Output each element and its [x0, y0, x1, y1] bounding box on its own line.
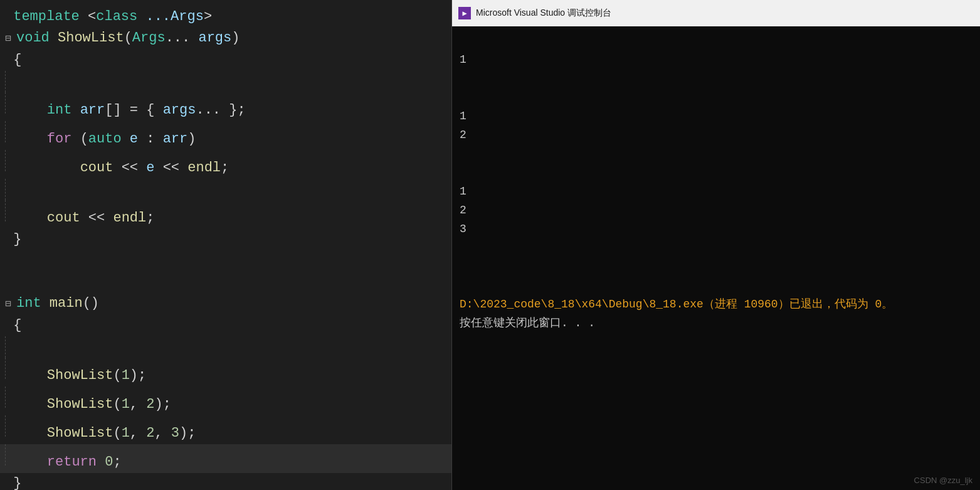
- console-title: Microsoft Visual Studio 调试控制台: [476, 8, 611, 19]
- exit-message-detail: D:\2023_code\8_18\x64\Debug\8_18.exe（进程 …: [460, 298, 893, 311]
- code-line: [0, 71, 451, 92]
- collapse-placeholder: [5, 6, 13, 28]
- console-body: 1 1 2 1 2 3 D:\2023_code\8_18\x64\Debug\…: [452, 26, 980, 490]
- code-line: int arr[] = { args... };: [0, 92, 451, 121]
- console-panel: ▶ Microsoft Visual Studio 调试控制台 1 1 2 1 …: [451, 0, 980, 490]
- collapse-icon-main[interactable]: ⊟: [5, 294, 14, 315]
- indent-guide: [5, 358, 14, 379]
- code-line: cout << e << endl;: [0, 150, 451, 179]
- code-line: for (auto e : arr): [0, 121, 451, 150]
- console-titlebar: ▶ Microsoft Visual Studio 调试控制台: [452, 0, 980, 26]
- code-line: [0, 272, 451, 293]
- output-line-3: 1 2 3: [460, 185, 466, 235]
- code-line: [0, 250, 451, 272]
- indent-guide: [5, 71, 14, 92]
- indent-guide: [5, 336, 14, 358]
- code-line: {: [0, 315, 451, 336]
- output-line-2: 1 2: [460, 110, 466, 141]
- indent-guide: [5, 415, 14, 437]
- watermark: CSDN @zzu_ljk: [914, 476, 972, 485]
- code-line: ShowList(1);: [0, 358, 451, 386]
- code-line: }: [0, 473, 451, 490]
- code-line: template <class ...Args>: [0, 6, 451, 28]
- indent-guide: [5, 179, 14, 200]
- code-editor: template <class ...Args> ⊟void ShowList(…: [0, 0, 451, 490]
- indent-guide: [5, 92, 14, 114]
- code-line-highlighted: return 0;: [0, 444, 451, 473]
- code-line: cout << endl;: [0, 200, 451, 229]
- console-output: 1 1 2 1 2 3 D:\2023_code\8_18\x64\Debug\…: [460, 31, 972, 351]
- output-line-1: 1: [460, 53, 466, 66]
- code-line: [0, 336, 451, 358]
- console-icon-label: ▶: [462, 9, 466, 18]
- indent-guide: [5, 150, 14, 171]
- code-line: ShowList(1, 2);: [0, 386, 451, 415]
- console-vs-icon: ▶: [458, 7, 471, 19]
- keyword-template: template: [13, 6, 80, 28]
- press-key-message: 按任意键关闭此窗口. . .: [460, 317, 595, 329]
- code-line: ShowList(1, 2, 3);: [0, 415, 451, 444]
- indent-guide: [5, 444, 14, 466]
- code-line: }: [0, 229, 451, 250]
- code-line: ⊟int main(): [0, 293, 451, 315]
- code-line: ⊟void ShowList(Args... args): [0, 28, 451, 50]
- code-line: {: [0, 50, 451, 71]
- indent-guide: [5, 200, 14, 221]
- indent-guide: [5, 121, 14, 142]
- collapse-icon[interactable]: ⊟: [5, 28, 14, 50]
- indent-guide: [5, 386, 14, 408]
- code-line: [0, 179, 451, 200]
